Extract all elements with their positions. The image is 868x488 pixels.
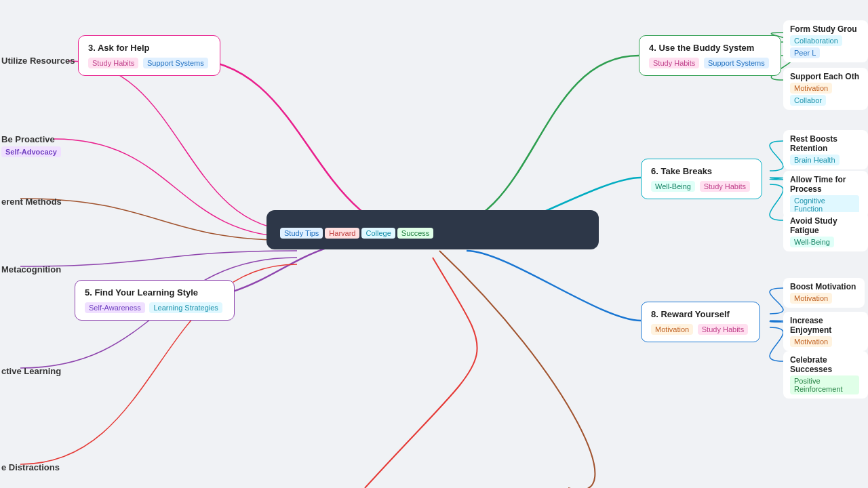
text-active-learning: ctive Learning xyxy=(1,366,61,376)
reward-yourself-tags: Motivation Study Habits xyxy=(651,323,750,335)
center-node: Study TipsHarvardCollegeSuccess xyxy=(267,210,599,249)
leaf-rest-boosts-retention: Rest Boosts Retention Brain Health xyxy=(783,130,868,169)
leaf-form-study-group: Form Study Grou Collaboration Peer L xyxy=(783,20,868,62)
center-tags: Study TipsHarvardCollegeSuccess xyxy=(280,226,585,239)
leaf-increase-enjoyment: Increase Enjoyment Motivation xyxy=(783,312,868,351)
node-take-breaks: 6. Take Breaks Well-Being Study Habits xyxy=(641,159,762,199)
node-learning-style: 5. Find Your Learning Style Self-Awarene… xyxy=(75,280,235,321)
leaf-support-each-other: Support Each Oth Motivation Collabor xyxy=(783,68,868,110)
learning-style-tags: Self-Awareness Learning Strategies xyxy=(85,301,224,313)
ask-for-help-tags: Study Habits Support Systems xyxy=(88,56,210,68)
text-distractions: e Distractions xyxy=(1,462,60,472)
node-ask-for-help: 3. Ask for Help Study Habits Support Sys… xyxy=(78,35,220,76)
buddy-system-title: 4. Use the Buddy System xyxy=(649,43,771,53)
leaf-avoid-fatigue: Avoid Study Fatigue Well-Being xyxy=(783,212,868,251)
node-reward-yourself: 8. Reward Yourself Motivation Study Habi… xyxy=(641,302,760,342)
learning-style-title: 5. Find Your Learning Style xyxy=(85,287,224,298)
text-utilize-resources: Utilize Resources xyxy=(1,56,75,66)
text-metacognition: Metacognition xyxy=(1,264,61,274)
text-different-methods: erent Methods xyxy=(1,197,62,207)
ask-for-help-title: 3. Ask for Help xyxy=(88,43,210,53)
take-breaks-title: 6. Take Breaks xyxy=(651,166,752,176)
leaf-celebrate-successes: Celebrate Successes Positive Reinforceme… xyxy=(783,351,868,399)
take-breaks-tags: Well-Being Study Habits xyxy=(651,180,752,192)
leaf-allow-time: Allow Time for Process Cognitive Functio… xyxy=(783,171,868,218)
reward-yourself-title: 8. Reward Yourself xyxy=(651,309,750,319)
node-buddy-system: 4. Use the Buddy System Study Habits Sup… xyxy=(639,35,781,76)
leaf-boost-motivation: Boost Motivation Motivation xyxy=(783,278,865,308)
buddy-system-tags: Study Habits Support Systems xyxy=(649,56,771,68)
text-be-proactive: Be ProactiveSelf-Advocacy xyxy=(1,134,63,157)
